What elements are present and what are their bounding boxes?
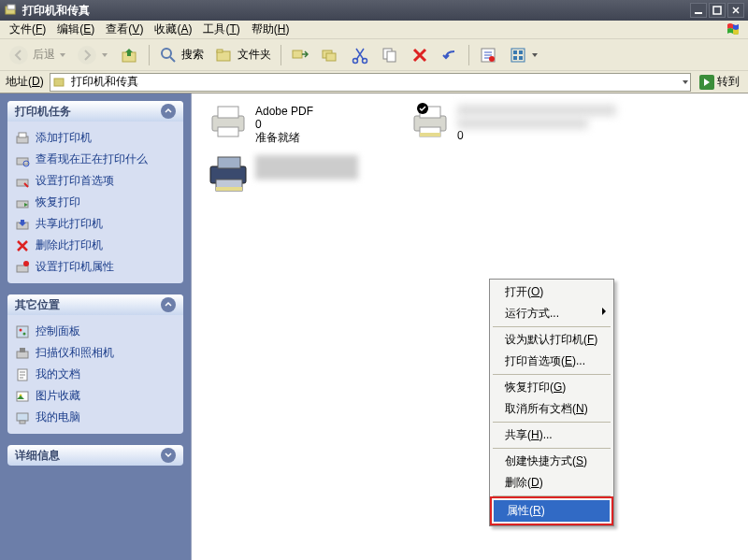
minimize-button[interactable] <box>690 3 707 18</box>
place-computer[interactable]: 我的电脑 <box>15 407 176 428</box>
ctx-preferences[interactable]: 打印首选项(E)... <box>492 351 611 372</box>
svg-rect-22 <box>513 56 517 60</box>
printer-count: 0 <box>457 129 616 142</box>
panel-details: 详细信息 <box>7 445 183 466</box>
views-button[interactable] <box>504 43 542 67</box>
folders-button[interactable]: 文件夹 <box>210 43 276 67</box>
svg-rect-1 <box>7 5 15 9</box>
svg-point-36 <box>20 328 22 331</box>
ctx-runas[interactable]: 运行方式... <box>492 303 611 324</box>
address-bar: 地址(D) 打印机和传真 转到 <box>0 71 748 93</box>
menu-view[interactable]: 查看(V) <box>100 20 149 39</box>
undo-button[interactable] <box>436 43 464 67</box>
svg-rect-38 <box>17 352 28 358</box>
printer-status: 准备就绪 <box>255 131 313 144</box>
svg-point-34 <box>23 261 29 266</box>
place-pictures[interactable]: 图片收藏 <box>15 385 176 407</box>
svg-point-13 <box>353 58 358 63</box>
ctx-open[interactable]: 打开(O) <box>492 281 611 303</box>
printer-item-selected[interactable]: XXXXX <box>209 155 377 179</box>
panel-head-other[interactable]: 其它位置 <box>7 294 183 315</box>
printer-name: XXXXXXXXXXXXXX <box>457 105 616 116</box>
svg-rect-16 <box>387 51 396 62</box>
forward-button <box>72 43 112 67</box>
printer-item[interactable]: Adobe PDF 0 准备就绪 <box>209 105 313 144</box>
delete-button[interactable] <box>406 43 434 67</box>
panel-head-tasks[interactable]: 打印机任务 <box>7 101 183 122</box>
menu-tools[interactable]: 工具(T) <box>197 20 245 39</box>
back-label: 后退 <box>33 47 55 63</box>
chevron-down-icon <box>102 53 108 57</box>
place-scanners[interactable]: 扫描仪和照相机 <box>15 342 176 364</box>
printer-icon <box>209 105 248 138</box>
maximize-button[interactable] <box>709 3 726 18</box>
svg-rect-9 <box>217 50 223 52</box>
main-pane[interactable]: Adobe PDF 0 准备就绪 XXXXXXXXXXXXXX XXXX 0 X… <box>191 93 748 560</box>
window-title: 打印机和传真 <box>22 3 688 19</box>
panel-title: 详细信息 <box>15 448 60 464</box>
copy-button[interactable] <box>376 43 404 67</box>
menu-help[interactable]: 帮助(H) <box>246 20 295 39</box>
task-properties[interactable]: 设置打印机属性 <box>15 256 176 278</box>
separator <box>493 374 611 375</box>
chevron-down-icon[interactable] <box>683 80 688 84</box>
ctx-share[interactable]: 共享(H)... <box>492 424 611 446</box>
task-preferences[interactable]: 设置打印首选项 <box>15 170 176 192</box>
svg-point-4 <box>9 46 28 65</box>
move-to-button[interactable] <box>286 43 314 67</box>
copy-to-button[interactable] <box>316 43 344 67</box>
svg-rect-44 <box>20 421 25 424</box>
task-resume[interactable]: 恢复打印 <box>15 192 176 213</box>
task-view-queue[interactable]: 查看现在正在打印什么 <box>15 149 176 170</box>
panel-other-places: 其它位置 控制面板 扫描仪和照相机 我的文档 图片收藏 我的电脑 <box>7 294 183 434</box>
printer-name-selected: XXXXX <box>255 155 358 179</box>
printer-item-default[interactable]: XXXXXXXXXXXXXX XXXX 0 <box>410 105 616 142</box>
svg-rect-46 <box>218 107 238 118</box>
menu-edit[interactable]: 编辑(E) <box>51 20 100 39</box>
svg-rect-51 <box>420 133 440 136</box>
ctx-shortcut[interactable]: 创建快捷方式(S) <box>492 451 611 472</box>
chevron-down-icon <box>60 53 65 57</box>
svg-point-37 <box>23 332 26 335</box>
default-badge-icon <box>417 103 428 114</box>
printer-meta: XXXXXXXXXXXXXX XXXX 0 <box>457 105 616 142</box>
svg-rect-55 <box>216 187 242 191</box>
address-input[interactable]: 打印机和传真 <box>50 73 691 92</box>
expand-icon <box>161 448 176 463</box>
svg-rect-12 <box>326 53 336 61</box>
panel-body: 添加打印机 查看现在正在打印什么 设置打印首选项 恢复打印 共享此打印机 删除此… <box>7 122 183 283</box>
printer-meta: Adobe PDF 0 准备就绪 <box>255 105 313 144</box>
panel-body: 控制面板 扫描仪和照相机 我的文档 图片收藏 我的电脑 <box>7 315 183 434</box>
close-button[interactable] <box>727 3 744 18</box>
properties-button[interactable] <box>474 43 502 67</box>
menu-file[interactable]: 文件(F) <box>4 20 51 39</box>
ctx-set-default[interactable]: 设为默认打印机(F) <box>492 329 611 351</box>
ctx-properties[interactable]: 属性(R) <box>494 500 610 522</box>
place-control-panel[interactable]: 控制面板 <box>15 321 176 342</box>
svg-rect-39 <box>20 348 25 352</box>
task-add-printer[interactable]: 添加打印机 <box>15 127 176 149</box>
task-share[interactable]: 共享此打印机 <box>15 213 176 235</box>
go-button[interactable]: 转到 <box>695 73 744 92</box>
svg-rect-35 <box>17 326 28 337</box>
svg-rect-10 <box>293 50 302 58</box>
printer-detail: XXXX <box>457 118 588 129</box>
ctx-delete[interactable]: 删除(D) <box>492 472 611 494</box>
ctx-resume[interactable]: 恢复打印(G) <box>492 377 611 398</box>
svg-rect-23 <box>519 56 523 60</box>
menu-favorites[interactable]: 收藏(A) <box>149 20 197 39</box>
ctx-cancel-all[interactable]: 取消所有文档(N) <box>492 398 611 420</box>
up-button[interactable] <box>114 43 144 67</box>
panel-title: 打印机任务 <box>15 104 71 120</box>
panel-head-details[interactable]: 详细信息 <box>7 445 183 466</box>
title-bar: 打印机和传真 <box>0 0 748 21</box>
search-button[interactable]: 搜索 <box>154 43 209 67</box>
cut-button[interactable] <box>346 43 374 67</box>
separator <box>149 45 150 65</box>
separator <box>493 326 611 327</box>
task-delete[interactable]: 删除此打印机 <box>15 235 176 256</box>
highlight-box: 属性(R) <box>490 496 613 525</box>
svg-point-18 <box>489 56 495 62</box>
place-documents[interactable]: 我的文档 <box>15 364 176 385</box>
sidebar: 打印机任务 添加打印机 查看现在正在打印什么 设置打印首选项 恢复打印 共享此打… <box>0 93 191 560</box>
